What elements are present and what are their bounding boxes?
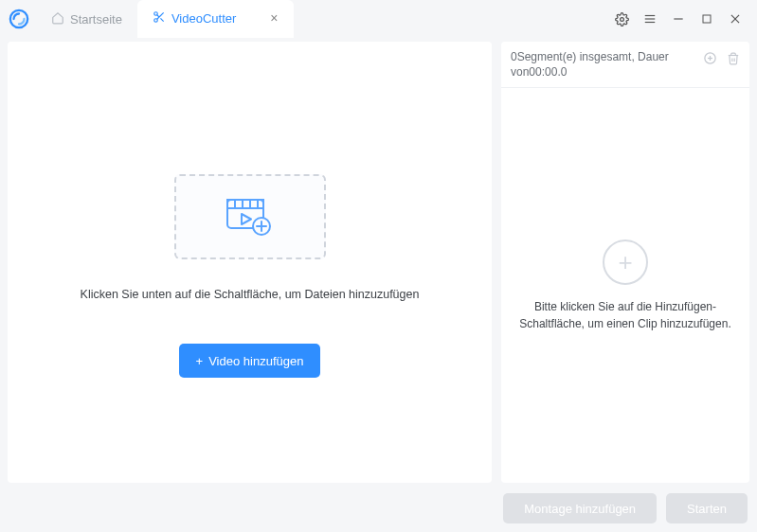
segment-summary: 0Segment(e) insgesamt, Dauer von00:00.0 bbox=[511, 49, 695, 80]
video-add-icon bbox=[224, 194, 277, 240]
footer: Montage hinzufügen Starten bbox=[0, 490, 757, 532]
delete-segment-button[interactable] bbox=[727, 52, 740, 68]
maximize-button[interactable] bbox=[698, 10, 715, 27]
svg-point-2 bbox=[154, 18, 158, 22]
svg-marker-20 bbox=[242, 214, 251, 224]
side-body: + Bitte klicken Sie auf die Hinzufügen- … bbox=[501, 88, 749, 483]
minimize-button[interactable] bbox=[670, 10, 687, 27]
tab-home[interactable]: Startseite bbox=[36, 0, 137, 38]
app-window: Startseite VideoCutter × bbox=[0, 0, 757, 532]
tab-videocutter[interactable]: VideoCutter × bbox=[137, 0, 294, 38]
side-hint-text: Bitte klicken Sie auf die Hinzufügen- Sc… bbox=[519, 298, 730, 332]
svg-point-6 bbox=[620, 17, 623, 21]
plus-circle-icon: + bbox=[618, 250, 632, 275]
add-segment-button[interactable] bbox=[703, 51, 717, 68]
plus-icon: + bbox=[196, 354, 204, 368]
window-controls bbox=[613, 10, 749, 27]
tab-videocutter-label: VideoCutter bbox=[171, 11, 236, 26]
add-clip-button[interactable]: + bbox=[603, 239, 648, 285]
main-panel: Klicken Sie unten auf die Schaltfläche, … bbox=[8, 42, 492, 483]
menu-button[interactable] bbox=[641, 10, 658, 27]
svg-line-5 bbox=[157, 14, 159, 16]
svg-point-1 bbox=[154, 11, 158, 15]
add-video-button[interactable]: + Video hinzufügen bbox=[179, 344, 321, 378]
file-dropzone[interactable] bbox=[174, 174, 326, 259]
start-button[interactable]: Starten bbox=[666, 493, 748, 523]
tab-close-button[interactable]: × bbox=[270, 10, 278, 26]
content-area: Klicken Sie unten auf die Schaltfläche, … bbox=[0, 38, 757, 490]
side-hint-line2: Schaltfläche, um einen Clip hinzuzufügen… bbox=[519, 315, 730, 332]
side-header: 0Segment(e) insgesamt, Dauer von00:00.0 bbox=[501, 42, 749, 88]
svg-line-4 bbox=[160, 18, 163, 21]
segment-summary-line1: 0Segment(e) insgesamt, Dauer bbox=[511, 49, 695, 64]
scissors-icon bbox=[153, 10, 166, 27]
segment-summary-line2: von00:00.0 bbox=[511, 64, 695, 80]
add-video-button-label: Video hinzufügen bbox=[208, 354, 303, 368]
main-hint-text: Klicken Sie unten auf die Schaltfläche, … bbox=[81, 288, 420, 301]
home-icon bbox=[51, 11, 64, 27]
tab-home-label: Startseite bbox=[70, 12, 122, 27]
app-logo-icon bbox=[8, 8, 30, 30]
side-hint-line1: Bitte klicken Sie auf die Hinzufügen- bbox=[519, 298, 730, 315]
settings-button[interactable] bbox=[613, 10, 630, 27]
close-button[interactable] bbox=[727, 10, 744, 27]
side-panel: 0Segment(e) insgesamt, Dauer von00:00.0 … bbox=[501, 42, 749, 483]
svg-rect-11 bbox=[703, 15, 711, 23]
side-header-actions bbox=[703, 51, 740, 68]
titlebar: Startseite VideoCutter × bbox=[0, 0, 757, 38]
montage-button[interactable]: Montage hinzufügen bbox=[503, 493, 657, 523]
